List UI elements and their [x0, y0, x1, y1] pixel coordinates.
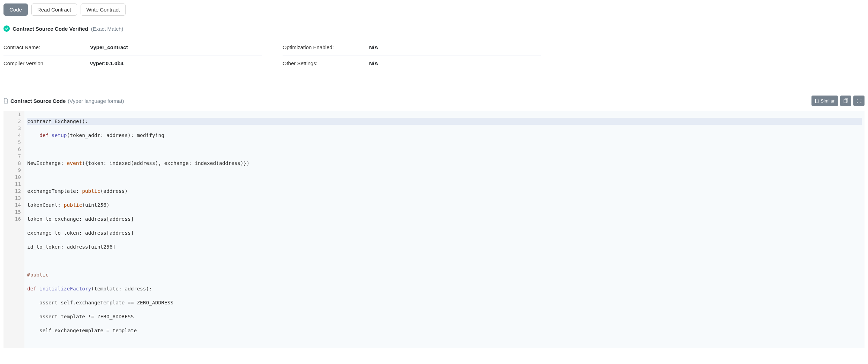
line-number: 12: [7, 188, 21, 195]
code-line: contract Exchange():: [27, 118, 862, 125]
line-number: 3: [7, 125, 21, 132]
detail-label: Compiler Version: [3, 60, 90, 66]
contract-tabs: Code Read Contract Write Contract: [3, 3, 865, 16]
source-subtitle: (Vyper language format): [68, 98, 124, 104]
code-line: tokenCount: public(uint256): [27, 202, 862, 208]
similar-label: Similar: [821, 98, 835, 104]
similar-button[interactable]: Similar: [811, 96, 838, 106]
line-number: 1: [7, 111, 21, 118]
details-col-right: Optimization Enabled: N/A Other Settings…: [283, 39, 541, 71]
code-area[interactable]: contract Exchange(): def setup(token_add…: [24, 111, 865, 348]
source-header: Contract Source Code (Vyper language for…: [3, 96, 865, 106]
code-line: assert template != ZERO_ADDRESS: [27, 313, 862, 320]
document-icon: [815, 99, 819, 103]
code-line: @public: [27, 271, 862, 278]
line-number: 14: [7, 202, 21, 208]
code-line: token_to_exchange: address[address]: [27, 215, 862, 222]
verified-row: Contract Source Code Verified (Exact Mat…: [3, 25, 865, 32]
verified-label: Contract Source Code Verified: [13, 26, 88, 32]
line-number: 2: [7, 118, 21, 125]
detail-row-other-settings: Other Settings: N/A: [283, 55, 541, 71]
detail-label: Other Settings:: [283, 60, 369, 66]
tab-write-contract[interactable]: Write Contract: [81, 3, 126, 16]
code-line: def setup(token_addr: address): modifyin…: [27, 132, 862, 139]
code-line: exchange_to_token: address[address]: [27, 229, 862, 236]
file-code-icon: [3, 98, 8, 104]
tab-read-contract[interactable]: Read Contract: [31, 3, 77, 16]
line-number: 7: [7, 153, 21, 160]
verified-match: (Exact Match): [91, 26, 124, 32]
copy-button[interactable]: [840, 96, 851, 106]
code-panel[interactable]: 12345678910111213141516 contract Exchang…: [3, 111, 865, 348]
line-number: 4: [7, 132, 21, 139]
line-number: 9: [7, 167, 21, 174]
code-line: def initializeFactory(template: address)…: [27, 285, 862, 292]
code-line: assert self.exchangeTemplate == ZERO_ADD…: [27, 299, 862, 306]
copy-icon: [844, 98, 848, 103]
source-title-wrap: Contract Source Code (Vyper language for…: [3, 98, 124, 104]
detail-row-optimization: Optimization Enabled: N/A: [283, 39, 541, 55]
detail-row-contract-name: Contract Name: Vyper_contract: [3, 39, 262, 55]
code-line: [27, 257, 862, 264]
source-actions: Similar: [811, 96, 865, 106]
detail-value: N/A: [369, 60, 378, 66]
line-number: 10: [7, 174, 21, 181]
line-number: 15: [7, 208, 21, 215]
tab-code[interactable]: Code: [3, 3, 28, 16]
svg-rect-0: [844, 99, 847, 103]
checkmark-icon: [3, 25, 10, 32]
line-number: 16: [7, 215, 21, 222]
details-col-left: Contract Name: Vyper_contract Compiler V…: [3, 39, 262, 71]
detail-label: Optimization Enabled:: [283, 44, 369, 50]
line-number: 6: [7, 146, 21, 153]
code-line: id_to_token: address[uint256]: [27, 243, 862, 250]
code-line: [27, 174, 862, 181]
detail-row-compiler-version: Compiler Version vyper:0.1.0b4: [3, 55, 262, 71]
expand-icon: [857, 99, 861, 103]
source-title: Contract Source Code: [10, 98, 66, 104]
detail-label: Contract Name:: [3, 44, 90, 50]
detail-value: Vyper_contract: [90, 44, 128, 50]
code-line: [27, 146, 862, 153]
code-line: exchangeTemplate: public(address): [27, 188, 862, 195]
code-line: self.exchangeTemplate = template: [27, 327, 862, 334]
detail-value: N/A: [369, 44, 378, 50]
contract-details: Contract Name: Vyper_contract Compiler V…: [3, 39, 865, 71]
detail-value: vyper:0.1.0b4: [90, 60, 124, 66]
line-number: 11: [7, 181, 21, 188]
code-line: NewExchange: event({token: indexed(addre…: [27, 160, 862, 167]
line-gutter: 12345678910111213141516: [3, 111, 24, 348]
fullscreen-button[interactable]: [853, 96, 865, 106]
line-number: 8: [7, 160, 21, 167]
line-number: 13: [7, 195, 21, 202]
line-number: 5: [7, 139, 21, 146]
